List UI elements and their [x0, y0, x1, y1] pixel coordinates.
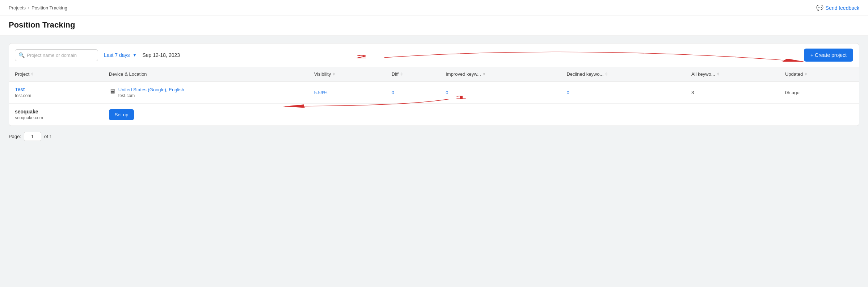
col-header-project: Project ⇳	[9, 67, 103, 82]
breadcrumb-separator: ›	[28, 5, 29, 11]
col-visibility-label: Visibility	[314, 71, 331, 77]
col-device-label: Device & Location	[109, 71, 147, 77]
sort-icon-allkw[interactable]: ⇳	[717, 72, 720, 76]
pagination: Page: of 1	[9, 126, 859, 142]
col-header-device: Device & Location	[103, 67, 308, 82]
breadcrumb-current: Position Tracking	[31, 5, 67, 11]
table-header-row: Project ⇳ Device & Location Visibility	[9, 67, 859, 82]
create-project-button[interactable]: + Create project	[804, 49, 853, 62]
allkw-cell-test: 3	[686, 82, 779, 104]
device-cell-test: 🖥 United States (Google), English test.c…	[103, 82, 308, 104]
date-filter-label: Last 7 days	[104, 52, 130, 58]
declined-cell-seoquake	[561, 104, 685, 126]
main-content: 🔍 Last 7 days ▼ Sep 12-18, 2023 + Create…	[0, 36, 868, 150]
improved-cell-test: 0	[440, 82, 561, 104]
improved-value-test: 0	[446, 90, 448, 95]
col-allkw-label: All keywo...	[691, 71, 715, 77]
updated-cell-seoquake	[779, 104, 859, 126]
col-header-declined: Declined keywo... ⇳	[561, 67, 685, 82]
total-pages-label: of 1	[44, 134, 52, 139]
projects-table: Project ⇳ Device & Location Visibility	[9, 67, 859, 126]
device-cell-seoquake: Set up	[103, 104, 308, 126]
col-updated-label: Updated	[785, 71, 803, 77]
visibility-cell-seoquake	[308, 104, 386, 126]
project-cell-seoquake: seoquake seoquake.com	[9, 104, 103, 126]
table-row: Test test.com 🖥 United States (Google), …	[9, 82, 859, 104]
page-title: Position Tracking	[9, 20, 859, 30]
col-diff-label: Diff	[392, 71, 399, 77]
search-wrapper: 🔍	[15, 49, 98, 61]
sort-icon-project[interactable]: ⇳	[31, 72, 34, 76]
allkw-cell-seoquake	[686, 104, 779, 126]
updated-value-test: 0h ago	[785, 90, 800, 95]
diff-value-test: 0	[392, 90, 394, 95]
chat-icon: 💬	[816, 4, 823, 11]
col-header-improved: Improved keyw... ⇳	[440, 67, 561, 82]
project-name-seoquake: seoquake	[15, 109, 97, 115]
chevron-down-icon: ▼	[133, 53, 137, 57]
monitor-icon: 🖥	[109, 88, 115, 95]
project-cell-test: Test test.com	[9, 82, 103, 104]
updated-cell-test: 0h ago	[779, 82, 859, 104]
content-wrapper: 🔍 Last 7 days ▼ Sep 12-18, 2023 + Create…	[9, 43, 859, 142]
improved-cell-seoquake	[440, 104, 561, 126]
breadcrumb: Projects › Position Tracking	[9, 5, 67, 11]
visibility-cell-test: 5.59%	[308, 82, 386, 104]
sort-icon-diff[interactable]: ⇳	[400, 72, 403, 76]
declined-cell-test: 0	[561, 82, 685, 104]
page-input[interactable]	[24, 132, 41, 141]
sort-icon-visibility[interactable]: ⇳	[332, 72, 335, 76]
toolbar: 🔍 Last 7 days ▼ Sep 12-18, 2023 + Create…	[9, 43, 859, 67]
col-improved-label: Improved keyw...	[446, 71, 481, 77]
project-name-link-test[interactable]: Test	[15, 87, 25, 92]
table-row: seoquake seoquake.com Set up	[9, 104, 859, 126]
sort-icon-declined[interactable]: ⇳	[605, 72, 608, 76]
diff-cell-test: 0	[386, 82, 440, 104]
diff-cell-seoquake	[386, 104, 440, 126]
table-container: Project ⇳ Device & Location Visibility	[9, 67, 859, 126]
location-domain-test: test.com	[118, 93, 184, 98]
send-feedback-link[interactable]: 💬 Send feedback	[816, 4, 859, 11]
device-location-test: 🖥 United States (Google), English test.c…	[109, 87, 303, 98]
visibility-value-test: 5.59%	[314, 90, 328, 95]
search-icon: 🔍	[18, 52, 25, 58]
sort-icon-updated[interactable]: ⇳	[804, 72, 807, 76]
date-filter-dropdown[interactable]: Last 7 days ▼	[104, 52, 137, 58]
col-header-allkw: All keywo... ⇳	[686, 67, 779, 82]
top-bar: Projects › Position Tracking 💬 Send feed…	[0, 0, 868, 16]
page-label: Page:	[9, 134, 21, 139]
col-header-updated: Updated ⇳	[779, 67, 859, 82]
project-domain-seoquake: seoquake.com	[15, 115, 97, 120]
breadcrumb-projects[interactable]: Projects	[9, 5, 26, 11]
sort-icon-improved[interactable]: ⇳	[483, 72, 485, 76]
page-header: Position Tracking	[0, 16, 868, 36]
allkw-value-test: 3	[691, 90, 694, 95]
date-range-label: Sep 12-18, 2023	[143, 52, 180, 58]
col-header-visibility: Visibility ⇳	[308, 67, 386, 82]
col-declined-label: Declined keywo...	[566, 71, 603, 77]
location-link-test[interactable]: United States (Google), English	[118, 87, 184, 92]
col-header-diff: Diff ⇳	[386, 67, 440, 82]
search-input[interactable]	[15, 49, 98, 61]
col-project-label: Project	[15, 71, 29, 77]
declined-value-test: 0	[566, 90, 569, 95]
send-feedback-label: Send feedback	[826, 5, 859, 11]
project-domain-test: test.com	[15, 93, 97, 98]
setup-button[interactable]: Set up	[109, 109, 134, 120]
